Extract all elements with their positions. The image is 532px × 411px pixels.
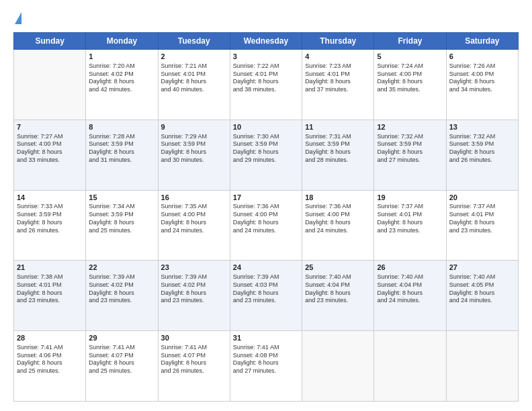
calendar-cell: 27Sunrise: 7:40 AMSunset: 4:05 PMDayligh… <box>446 261 518 331</box>
day-info: Sunrise: 7:41 AM <box>233 344 299 352</box>
day-number: 9 <box>161 122 227 132</box>
calendar-cell: 12Sunrise: 7:32 AMSunset: 3:59 PMDayligh… <box>374 120 446 190</box>
calendar-cell: 21Sunrise: 7:38 AMSunset: 4:01 PMDayligh… <box>14 261 86 331</box>
day-info: Sunrise: 7:27 AM <box>17 133 83 141</box>
day-info: Sunrise: 7:39 AM <box>89 273 154 281</box>
day-info: Sunset: 4:01 PM <box>377 211 443 219</box>
day-number: 14 <box>17 193 83 203</box>
day-info: and 30 minutes. <box>161 156 227 165</box>
day-info: and 23 minutes. <box>233 297 299 305</box>
day-number: 18 <box>305 193 371 203</box>
day-info: Sunset: 4:00 PM <box>161 211 227 219</box>
day-info: Sunset: 3:59 PM <box>161 140 227 148</box>
day-number: 16 <box>161 193 227 203</box>
calendar-cell: 16Sunrise: 7:35 AMSunset: 4:00 PMDayligh… <box>158 190 230 261</box>
day-header-monday: Monday <box>86 33 158 50</box>
day-info: Sunset: 4:00 PM <box>377 71 443 79</box>
day-info: Sunset: 3:59 PM <box>377 140 443 148</box>
calendar-week-3: 14Sunrise: 7:33 AMSunset: 3:59 PMDayligh… <box>14 190 519 261</box>
day-info: and 25 minutes. <box>89 227 154 235</box>
day-info: and 25 minutes. <box>89 367 154 375</box>
day-info: Daylight: 8 hours <box>161 148 227 156</box>
calendar-cell: 30Sunrise: 7:41 AMSunset: 4:07 PMDayligh… <box>158 331 230 402</box>
day-info: Daylight: 8 hours <box>449 219 515 227</box>
day-info: Daylight: 8 hours <box>161 78 227 86</box>
day-number: 10 <box>233 122 299 132</box>
calendar-cell: 22Sunrise: 7:39 AMSunset: 4:02 PMDayligh… <box>86 261 158 331</box>
day-info: and 26 minutes. <box>449 156 515 165</box>
day-number: 31 <box>233 333 299 343</box>
day-number: 11 <box>305 122 371 132</box>
calendar-cell: 6Sunrise: 7:26 AMSunset: 4:00 PMDaylight… <box>446 50 518 120</box>
day-header-wednesday: Wednesday <box>230 33 302 50</box>
day-info: Sunrise: 7:40 AM <box>449 273 515 281</box>
day-number: 7 <box>17 122 83 132</box>
day-number: 13 <box>449 122 515 132</box>
calendar-cell: 25Sunrise: 7:40 AMSunset: 4:04 PMDayligh… <box>302 261 374 331</box>
day-info: Sunset: 4:01 PM <box>305 71 371 79</box>
day-info: Sunrise: 7:26 AM <box>449 62 515 71</box>
day-info: Sunrise: 7:32 AM <box>449 133 515 141</box>
day-number: 29 <box>89 333 154 343</box>
day-info: Daylight: 8 hours <box>233 78 299 86</box>
calendar-cell: 19Sunrise: 7:37 AMSunset: 4:01 PMDayligh… <box>374 190 446 261</box>
calendar-cell: 29Sunrise: 7:41 AMSunset: 4:07 PMDayligh… <box>86 331 158 402</box>
day-info: Daylight: 8 hours <box>89 148 154 156</box>
day-info: and 35 minutes. <box>377 86 443 94</box>
day-info: Daylight: 8 hours <box>449 78 515 86</box>
day-info: Sunrise: 7:28 AM <box>89 133 154 141</box>
day-number: 5 <box>377 52 443 62</box>
calendar-header-row: SundayMondayTuesdayWednesdayThursdayFrid… <box>14 33 519 50</box>
day-info: Sunrise: 7:38 AM <box>17 273 83 281</box>
day-info: and 28 minutes. <box>305 156 371 165</box>
day-info: and 29 minutes. <box>233 156 299 165</box>
day-info: Sunset: 4:02 PM <box>161 281 227 289</box>
calendar-cell: 14Sunrise: 7:33 AMSunset: 3:59 PMDayligh… <box>14 190 86 261</box>
day-info: Sunrise: 7:35 AM <box>161 203 227 211</box>
calendar-cell: 11Sunrise: 7:31 AMSunset: 3:59 PMDayligh… <box>302 120 374 190</box>
day-info: Sunset: 4:04 PM <box>305 281 371 289</box>
day-info: Sunrise: 7:31 AM <box>305 133 371 141</box>
day-info: Daylight: 8 hours <box>377 219 443 227</box>
calendar-week-2: 7Sunrise: 7:27 AMSunset: 4:00 PMDaylight… <box>14 120 519 190</box>
day-info: Sunset: 4:00 PM <box>17 140 83 148</box>
day-info: Daylight: 8 hours <box>305 148 371 156</box>
calendar-cell <box>302 331 374 402</box>
day-number: 28 <box>17 333 83 343</box>
day-info: Sunrise: 7:30 AM <box>233 133 299 141</box>
day-info: and 23 minutes. <box>161 297 227 305</box>
day-info: Daylight: 8 hours <box>17 148 83 156</box>
day-number: 19 <box>377 193 443 203</box>
day-number: 6 <box>449 52 515 62</box>
calendar-cell: 23Sunrise: 7:39 AMSunset: 4:02 PMDayligh… <box>158 261 230 331</box>
day-number: 17 <box>233 193 299 203</box>
day-info: Daylight: 8 hours <box>89 78 154 86</box>
day-info: and 42 minutes. <box>89 86 154 94</box>
day-info: Sunset: 4:01 PM <box>233 71 299 79</box>
calendar-cell: 7Sunrise: 7:27 AMSunset: 4:00 PMDaylight… <box>14 120 86 190</box>
day-info: Daylight: 8 hours <box>305 289 371 298</box>
day-number: 12 <box>377 122 443 132</box>
day-info: Sunrise: 7:39 AM <box>233 273 299 281</box>
calendar-cell: 13Sunrise: 7:32 AMSunset: 3:59 PMDayligh… <box>446 120 518 190</box>
day-info: and 23 minutes. <box>305 297 371 305</box>
day-info: Daylight: 8 hours <box>233 359 299 367</box>
day-info: and 23 minutes. <box>89 297 154 305</box>
day-info: and 24 minutes. <box>233 227 299 235</box>
day-info: Sunrise: 7:36 AM <box>305 203 371 211</box>
calendar-cell: 9Sunrise: 7:29 AMSunset: 3:59 PMDaylight… <box>158 120 230 190</box>
day-info: Sunrise: 7:21 AM <box>161 62 227 71</box>
day-info: Sunrise: 7:29 AM <box>161 133 227 141</box>
day-info: Sunrise: 7:33 AM <box>17 203 83 211</box>
day-info: Sunrise: 7:41 AM <box>161 344 227 352</box>
day-number: 3 <box>233 52 299 62</box>
day-info: and 25 minutes. <box>17 367 83 375</box>
day-info: and 34 minutes. <box>449 86 515 94</box>
day-info: and 24 minutes. <box>377 297 443 305</box>
day-info: Sunrise: 7:41 AM <box>17 344 83 352</box>
day-number: 8 <box>89 122 154 132</box>
calendar-cell: 17Sunrise: 7:36 AMSunset: 4:00 PMDayligh… <box>230 190 302 261</box>
day-info: Daylight: 8 hours <box>377 289 443 298</box>
day-info: and 38 minutes. <box>233 86 299 94</box>
calendar-week-4: 21Sunrise: 7:38 AMSunset: 4:01 PMDayligh… <box>14 261 519 331</box>
